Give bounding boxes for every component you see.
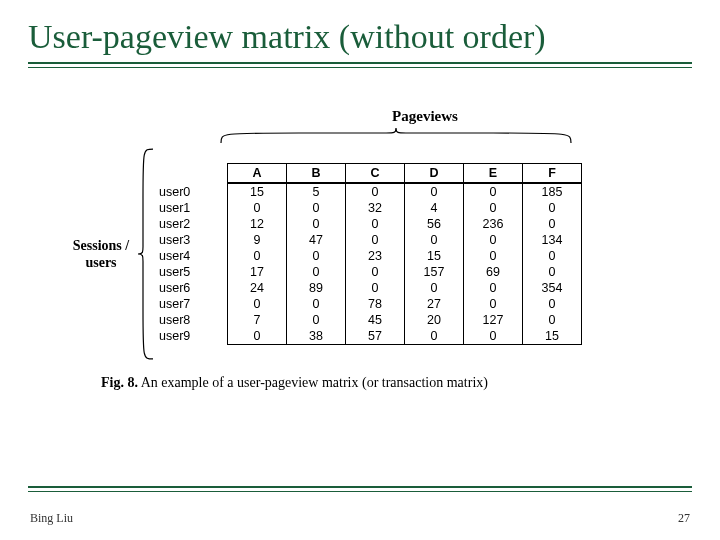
col-F: F <box>523 164 582 184</box>
col-D: D <box>405 164 464 184</box>
cell: 134 <box>523 232 582 248</box>
cell: 0 <box>405 328 464 345</box>
cell: 15 <box>523 328 582 345</box>
user-pageview-table: A B C D E F user0155000185user10032400us… <box>155 163 582 345</box>
col-A: A <box>228 164 287 184</box>
col-B: B <box>287 164 346 184</box>
sessions-label: Sessions / users <box>65 237 137 272</box>
sessions-label-line2: users <box>85 255 116 270</box>
cell: 0 <box>346 183 405 200</box>
cell: 45 <box>346 312 405 328</box>
cell: 0 <box>228 248 287 264</box>
cell: 57 <box>346 328 405 345</box>
table-row: user62489000354 <box>155 280 582 296</box>
cell: 0 <box>464 280 523 296</box>
table-row: user9038570015 <box>155 328 582 345</box>
caption-text: An example of a user-pageview matrix (or… <box>138 375 488 390</box>
footer-author: Bing Liu <box>30 511 73 526</box>
cell: 0 <box>523 248 582 264</box>
cell: 0 <box>464 248 523 264</box>
pageviews-label: Pageviews <box>195 108 655 125</box>
col-E: E <box>464 164 523 184</box>
row-label: user0 <box>155 183 228 200</box>
cell: 185 <box>523 183 582 200</box>
cell: 127 <box>464 312 523 328</box>
cell: 27 <box>405 296 464 312</box>
slide-title: User-pageview matrix (without order) <box>28 18 692 56</box>
cell: 15 <box>228 183 287 200</box>
cell: 20 <box>405 312 464 328</box>
cell: 0 <box>287 248 346 264</box>
cell: 0 <box>523 200 582 216</box>
cell: 0 <box>228 296 287 312</box>
cell: 32 <box>346 200 405 216</box>
cell: 23 <box>346 248 405 264</box>
cell: 78 <box>346 296 405 312</box>
cell: 0 <box>523 264 582 280</box>
col-C: C <box>346 164 405 184</box>
table-header-row: A B C D E F <box>155 164 582 184</box>
cell: 38 <box>287 328 346 345</box>
row-label: user9 <box>155 328 228 345</box>
table-row: user10032400 <box>155 200 582 216</box>
cell: 0 <box>228 200 287 216</box>
cell: 0 <box>464 200 523 216</box>
cell: 0 <box>287 264 346 280</box>
footer-page-number: 27 <box>678 511 690 526</box>
table-row: user3947000134 <box>155 232 582 248</box>
figure-caption: Fig. 8. An example of a user-pageview ma… <box>101 375 655 391</box>
cell: 0 <box>464 296 523 312</box>
cell: 236 <box>464 216 523 232</box>
row-label: user6 <box>155 280 228 296</box>
cell: 9 <box>228 232 287 248</box>
slide: User-pageview matrix (without order) Pag… <box>0 0 720 540</box>
table-row: user700782700 <box>155 296 582 312</box>
cell: 157 <box>405 264 464 280</box>
row-label: user2 <box>155 216 228 232</box>
row-label: user5 <box>155 264 228 280</box>
cell: 0 <box>405 280 464 296</box>
table-row: user51700157690 <box>155 264 582 280</box>
row-label: user1 <box>155 200 228 216</box>
footer-divider <box>28 486 692 492</box>
table-row: user0155000185 <box>155 183 582 200</box>
cell: 0 <box>287 216 346 232</box>
left-brace-icon <box>137 147 155 361</box>
cell: 0 <box>523 216 582 232</box>
cell: 0 <box>346 216 405 232</box>
cell: 17 <box>228 264 287 280</box>
cell: 0 <box>464 328 523 345</box>
header-blank <box>155 164 228 184</box>
cell: 24 <box>228 280 287 296</box>
cell: 5 <box>287 183 346 200</box>
table-row: user87045201270 <box>155 312 582 328</box>
cell: 0 <box>523 312 582 328</box>
cell: 56 <box>405 216 464 232</box>
row-label: user4 <box>155 248 228 264</box>
cell: 0 <box>464 232 523 248</box>
cell: 7 <box>228 312 287 328</box>
cell: 0 <box>405 232 464 248</box>
matrix-row: Sessions / users A B C D E F <box>65 147 655 361</box>
cell: 0 <box>405 183 464 200</box>
cell: 89 <box>287 280 346 296</box>
figure: Pageviews Sessions / users A <box>65 108 655 391</box>
row-label: user8 <box>155 312 228 328</box>
row-label: user3 <box>155 232 228 248</box>
row-label: user7 <box>155 296 228 312</box>
cell: 47 <box>287 232 346 248</box>
cell: 0 <box>287 200 346 216</box>
title-divider <box>28 62 692 68</box>
cell: 0 <box>228 328 287 345</box>
cell: 0 <box>346 264 405 280</box>
sessions-label-line1: Sessions / <box>73 238 129 253</box>
table-row: user21200562360 <box>155 216 582 232</box>
cell: 4 <box>405 200 464 216</box>
table-row: user400231500 <box>155 248 582 264</box>
cell: 0 <box>523 296 582 312</box>
cell: 12 <box>228 216 287 232</box>
cell: 0 <box>464 183 523 200</box>
cell: 15 <box>405 248 464 264</box>
top-brace-icon <box>219 127 573 145</box>
caption-bold: Fig. 8. <box>101 375 138 390</box>
